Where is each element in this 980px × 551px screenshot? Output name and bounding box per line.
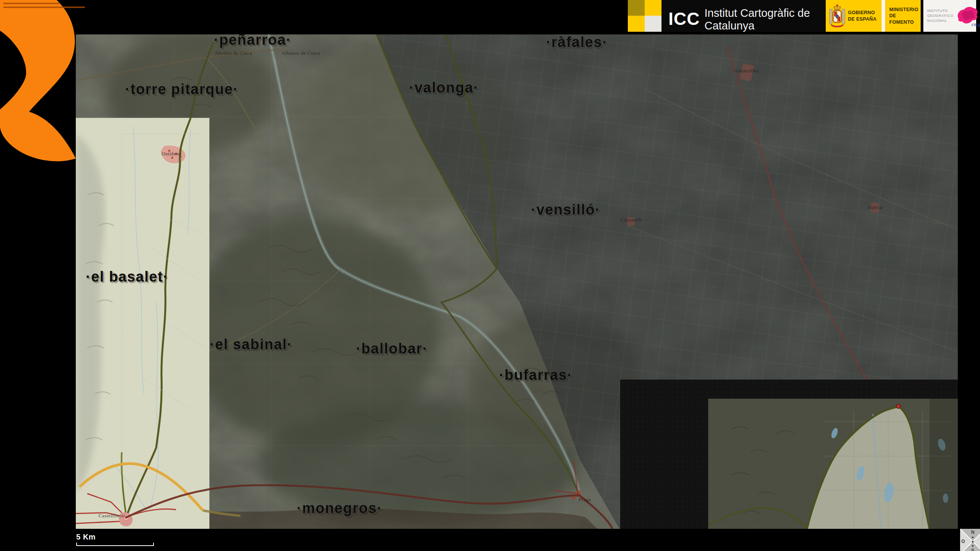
cnig-splash-icon: cnig xyxy=(956,5,979,28)
town-label: Gimenells xyxy=(620,217,642,223)
square-top-right xyxy=(645,0,662,16)
sheet-label[interactable]: ·peñarroa· xyxy=(214,32,292,48)
ign-line3: NACIONAL xyxy=(927,18,953,23)
sheet-label[interactable]: ·bufarras· xyxy=(499,367,573,383)
scale-label: 5 Km xyxy=(76,533,157,541)
fine-print-line-1 xyxy=(3,3,60,4)
swoosh-shape xyxy=(0,0,76,161)
scale-bar: 5 Km xyxy=(76,533,157,546)
app-window: ICC Institut Cartogràfic de Catalunya GO… xyxy=(0,0,980,551)
cnig-script-text: cnig xyxy=(972,21,980,28)
gobierno-line1: GOBIERNO xyxy=(848,10,877,16)
sheet-label[interactable]: ·el basalet· xyxy=(86,269,169,285)
ign-line1: INSTITUTO xyxy=(927,8,953,13)
ign-line2: GEOGRÁFICO xyxy=(927,13,953,18)
gobierno-espana-logo: GOBIERNO DE ESPAÑA xyxy=(826,0,882,32)
sheet-label[interactable]: ·valonga· xyxy=(409,80,479,96)
square-bottom-left xyxy=(628,16,645,32)
ministerio-fomento-logo: MINISTERIO DE FOMENTO xyxy=(885,0,921,32)
sheet-label[interactable]: ·el sabinal· xyxy=(210,336,293,353)
square-top-left xyxy=(628,0,645,16)
sheet-label[interactable]: ·ràfales· xyxy=(546,34,608,51)
pan-down-arrow-icon[interactable]: ▼ xyxy=(971,544,975,548)
town-label: Ontiñena xyxy=(162,151,181,157)
town-label: Castelflorite xyxy=(99,513,126,519)
compass-pan-widget[interactable]: N S O E ▲ ▼ ● xyxy=(960,529,980,551)
pan-up-arrow-icon[interactable]: ▲ xyxy=(971,535,975,539)
spain-coat-of-arms-icon xyxy=(829,3,846,29)
icc-header: ICC Institut Cartogràfic de Catalunya xyxy=(662,0,826,32)
icc-swoosh-logo xyxy=(0,0,80,165)
compass-west-label: O xyxy=(961,539,965,544)
sheet-label[interactable]: ·monegros· xyxy=(297,500,382,517)
header-divider xyxy=(882,0,885,32)
scale-line xyxy=(76,543,154,546)
fine-print-line-2 xyxy=(3,7,85,8)
sheet-label[interactable]: ·ballobar· xyxy=(356,341,428,357)
square-bottom-right xyxy=(645,16,662,32)
compass-north-label: N xyxy=(971,530,975,535)
instituto-geografico-nacional-logo: INSTITUTO GEOGRÁFICO NACIONAL cnig xyxy=(923,0,976,32)
sheet-label[interactable]: ·torre pitarque· xyxy=(125,81,238,98)
town-label: Alcolea de Cinca xyxy=(215,50,252,56)
town-label: Albalate de Cinca xyxy=(281,50,320,56)
town-label: Fraga xyxy=(579,497,591,503)
icc-abbreviation: ICC xyxy=(668,8,700,29)
inset-panel xyxy=(620,380,958,529)
town-label: Alpicat xyxy=(867,204,883,210)
gobierno-line2: DE ESPAÑA xyxy=(848,16,877,22)
ministerio-line1: MINISTERIO xyxy=(889,7,921,13)
ministerio-line2: DE FOMENTO xyxy=(889,13,921,25)
compass-south-label: S xyxy=(971,548,974,551)
town-label: Almacelles xyxy=(734,68,758,74)
header-squares-logo xyxy=(628,0,662,32)
inset-map[interactable] xyxy=(708,399,958,529)
compass-center-dot: ● xyxy=(972,539,974,544)
icc-full-name: Institut Cartogràfic de Catalunya xyxy=(704,7,826,32)
sheet-label[interactable]: ·vensilló· xyxy=(531,202,601,218)
